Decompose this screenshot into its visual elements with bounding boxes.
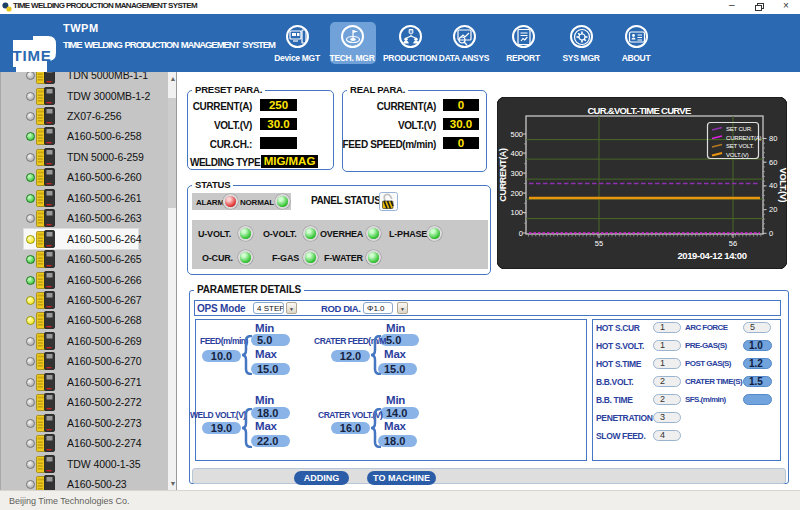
svg-text:CURRENT(A): CURRENT(A) [498, 148, 508, 202]
svg-text:56: 56 [729, 239, 737, 248]
svg-text:80: 80 [769, 134, 777, 143]
svg-text:200: 200 [510, 189, 523, 198]
svg-text:100: 100 [510, 208, 523, 217]
svg-text:CUR.&VOLT.-TIME CURVE: CUR.&VOLT.-TIME CURVE [587, 105, 691, 116]
svg-text:55: 55 [595, 239, 603, 248]
svg-text:40: 40 [769, 181, 777, 190]
svg-text:SET CUR.: SET CUR. [726, 126, 753, 132]
svg-text:60: 60 [769, 158, 777, 167]
svg-text:2019-04-12 14:00: 2019-04-12 14:00 [677, 250, 746, 261]
svg-text:CURRENT(A): CURRENT(A) [726, 135, 762, 141]
svg-text:VOLT.(V): VOLT.(V) [778, 168, 787, 203]
svg-text:0: 0 [769, 229, 773, 238]
svg-text:TIME: TIME [12, 47, 51, 64]
svg-text:SET VOLT.: SET VOLT. [726, 143, 754, 149]
svg-text:500: 500 [510, 130, 523, 139]
svg-text:VOLT.(V): VOLT.(V) [726, 152, 749, 158]
svg-text:400: 400 [510, 149, 523, 158]
svg-text:0: 0 [519, 229, 523, 238]
svg-text:20: 20 [769, 205, 777, 214]
svg-text:300: 300 [510, 169, 523, 178]
